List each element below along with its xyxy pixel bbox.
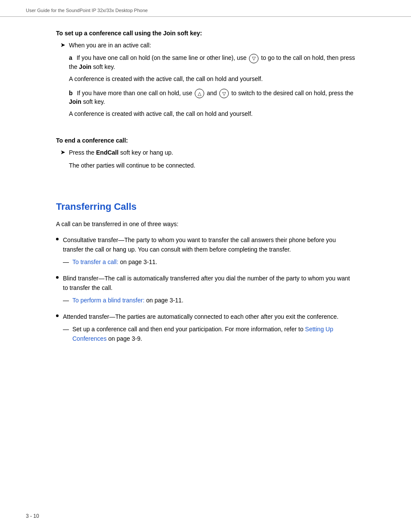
end-conference-heading: To end a conference call: [56, 137, 355, 144]
list-item-attended: Attended transfer—The parties are automa… [56, 312, 355, 345]
item-b-note: A conference is created with active call… [69, 109, 355, 119]
consultative-link-item: — To transfer a call: on page 3-11. [63, 257, 355, 267]
when-active-call: ➤ When you are in an active call: [60, 41, 355, 50]
blind-content: Blind transfer—The call is automatically… [63, 274, 355, 307]
when-active-call-text: When you are in an active call: [69, 41, 355, 50]
main-content: To set up a conference call using the Jo… [0, 17, 411, 367]
conference-item-a: a If you have one call on hold (on the s… [69, 54, 355, 70]
spacer-1 [56, 124, 355, 137]
blind-link-item: — To perform a blind transfer: on page 3… [63, 296, 355, 305]
conference-item-b: b If you have more than one call on hold… [69, 89, 355, 105]
down-arrow-icon: ▽ [249, 54, 258, 63]
page-header: User Guide for the SoundPoint IP 32x/33x… [0, 0, 411, 17]
transfer-methods-list: Consultative transfer—The party to whom … [56, 235, 355, 345]
end-conference-item: ➤ Press the EndCall soft key or hang up. [60, 148, 355, 158]
transfer-call-link[interactable]: To transfer a call: [72, 258, 118, 265]
down-arrow-icon-b: ▽ [219, 89, 229, 98]
dash-sym-1: — [63, 257, 69, 267]
consultative-links: — To transfer a call: on page 3-11. [63, 257, 355, 267]
consultative-text: Consultative transfer—The party to whom … [63, 236, 336, 253]
item-a-text: If you have one call on hold (on the sam… [69, 54, 355, 70]
transferring-calls-title: Transferring Calls [56, 201, 355, 212]
end-conference-note: The other parties will continue to be co… [69, 161, 355, 171]
page: User Guide for the SoundPoint IP 32x/33x… [0, 0, 411, 532]
header-text: User Guide for the SoundPoint IP 32x/33x… [26, 8, 148, 13]
dash-sym-2: — [63, 296, 69, 305]
consultative-link-text: To transfer a call: on page 3-11. [72, 257, 157, 267]
list-item-blind: Blind transfer—The call is automatically… [56, 274, 355, 307]
blind-link-text: To perform a blind transfer: on page 3-1… [72, 296, 184, 305]
attended-content: Attended transfer—The parties are automa… [63, 312, 355, 345]
blind-links: — To perform a blind transfer: on page 3… [63, 296, 355, 305]
attended-link-item: — Set up a conference call and then end … [63, 324, 355, 344]
spacer-2 [56, 175, 355, 197]
item-b-label: b [69, 90, 73, 96]
item-b-text: If you have more than one call on hold, … [69, 90, 353, 105]
bullet-dot-1 [56, 238, 59, 240]
join-heading: To set up a conference call using the Jo… [56, 30, 355, 37]
up-arrow-icon: △ [195, 89, 204, 98]
dash-sym-3: — [63, 324, 69, 334]
item-a-label: a [69, 54, 72, 61]
bullet-dot-2 [56, 276, 59, 279]
blind-text: Blind transfer—The call is automatically… [63, 275, 350, 291]
list-item-consultative: Consultative transfer—The party to whom … [56, 235, 355, 268]
item-a-note: A conference is created with the active … [69, 75, 355, 84]
attended-links: — Set up a conference call and then end … [63, 324, 355, 344]
blind-transfer-link[interactable]: To perform a blind transfer: [72, 297, 144, 304]
attended-dash-text: Set up a conference call and then end yo… [72, 324, 355, 344]
end-conference-text: Press the EndCall soft key or hang up. [69, 148, 355, 158]
attended-text: Attended transfer—The parties are automa… [63, 313, 339, 320]
bullet-dot-3 [56, 314, 59, 317]
arrow-right-symbol-2: ➤ [60, 149, 65, 156]
page-number: 3 - 10 [26, 513, 39, 519]
transferring-intro: A call can be transferred in one of thre… [56, 219, 355, 229]
arrow-right-symbol: ➤ [60, 41, 65, 48]
consultative-content: Consultative transfer—The party to whom … [63, 235, 355, 268]
